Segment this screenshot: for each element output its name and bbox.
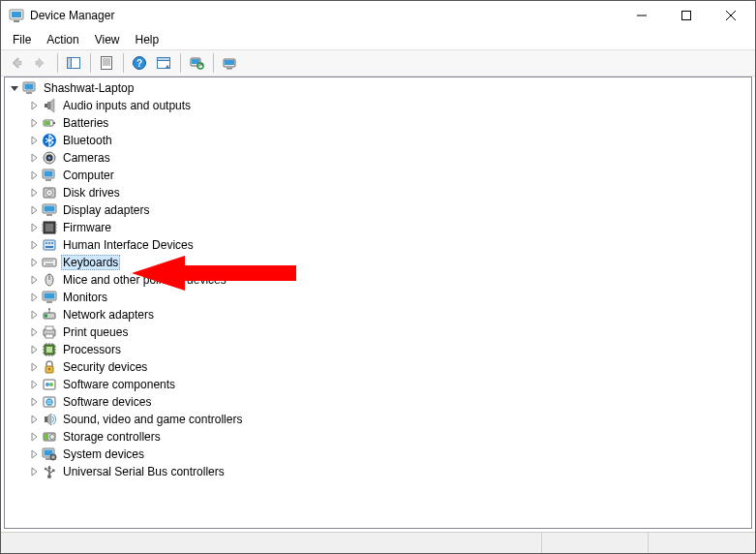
menu-file[interactable]: File <box>5 31 39 48</box>
show-hide-console-tree-button[interactable] <box>62 51 85 75</box>
expand-icon[interactable] <box>26 412 42 427</box>
tree-item-firmware[interactable]: Firmware <box>7 219 749 236</box>
menu-action[interactable]: Action <box>39 31 86 48</box>
add-hardware-button[interactable] <box>218 51 241 75</box>
tree-item-swdev[interactable]: Software devices <box>7 393 749 411</box>
tree-item-label: Display adapters <box>61 202 151 218</box>
tree-item-disk[interactable]: Disk drives <box>7 184 749 201</box>
menu-help[interactable]: Help <box>128 31 167 48</box>
expand-icon[interactable] <box>26 115 42 131</box>
bluetooth-icon <box>42 133 57 148</box>
expand-icon[interactable] <box>26 185 42 200</box>
device-tree-pane[interactable]: Shashwat-Laptop Audio inputs and outputs… <box>4 77 752 529</box>
sound-icon <box>42 412 57 427</box>
computer-icon <box>42 168 57 183</box>
tree-item-audio[interactable]: Audio inputs and outputs <box>7 97 749 114</box>
device-manager-window: Device Manager File Action View Help ? <box>0 0 756 554</box>
expand-icon[interactable] <box>26 324 42 340</box>
svg-rect-44 <box>46 214 52 216</box>
expand-icon[interactable] <box>26 202 42 218</box>
window-controls <box>620 2 753 30</box>
svg-rect-43 <box>45 206 55 212</box>
tree-item-cpu[interactable]: Processors <box>7 341 749 358</box>
mouse-icon <box>42 272 57 288</box>
maximize-button[interactable] <box>664 2 709 30</box>
tree-item-system[interactable]: System devices <box>7 446 749 463</box>
tree-item-label: Storage controllers <box>61 429 163 445</box>
tree-item-label: Software components <box>61 377 177 392</box>
svg-rect-76 <box>45 334 53 338</box>
expand-icon[interactable] <box>26 359 42 375</box>
svg-rect-69 <box>46 301 52 303</box>
close-button[interactable] <box>709 2 753 30</box>
tree-item-bluetooth[interactable]: Bluetooth <box>7 132 749 149</box>
expand-icon[interactable] <box>26 168 42 183</box>
collapse-icon[interactable] <box>7 80 22 96</box>
disk-icon <box>42 185 57 200</box>
tree-item-printer[interactable]: Print queues <box>7 323 749 341</box>
properties-button[interactable] <box>95 51 118 75</box>
svg-rect-31 <box>45 121 50 125</box>
expand-icon[interactable] <box>26 255 42 270</box>
svg-rect-8 <box>68 58 72 69</box>
action-button[interactable] <box>152 51 175 75</box>
tree-item-label: Mice and other pointing devices <box>61 272 228 288</box>
tree-item-label: Bluetooth <box>61 133 114 148</box>
expand-icon[interactable] <box>26 220 42 235</box>
tree-item-computer[interactable]: Computer <box>7 167 749 184</box>
help-button[interactable]: ? <box>128 51 151 75</box>
status-segment <box>1 533 542 553</box>
expand-icon[interactable] <box>26 307 42 323</box>
svg-point-55 <box>48 242 50 244</box>
svg-point-109 <box>45 468 46 470</box>
svg-rect-75 <box>45 326 53 330</box>
hid-icon <box>42 237 57 253</box>
tree-item-label: Batteries <box>61 115 110 131</box>
expand-icon[interactable] <box>26 377 42 392</box>
scan-hardware-button[interactable] <box>185 51 208 75</box>
tree-item-hid[interactable]: Human Interface Devices <box>7 236 749 254</box>
security-icon <box>42 359 57 375</box>
status-segment <box>542 533 649 553</box>
expand-icon[interactable] <box>26 464 42 479</box>
expand-icon[interactable] <box>26 98 42 113</box>
tree-item-sound[interactable]: Sound, video and game controllers <box>7 411 749 428</box>
minimize-button[interactable] <box>620 2 664 30</box>
svg-rect-26 <box>26 92 32 94</box>
monitor-icon <box>42 290 57 305</box>
tree-item-label: Computer <box>61 168 116 183</box>
expand-icon[interactable] <box>26 446 42 462</box>
expand-icon[interactable] <box>26 394 42 410</box>
expand-icon[interactable] <box>26 133 42 148</box>
expand-icon[interactable] <box>26 429 42 445</box>
tree-item-battery[interactable]: Batteries <box>7 114 749 132</box>
tree-item-security[interactable]: Security devices <box>7 358 749 376</box>
svg-rect-27 <box>47 102 50 109</box>
svg-point-95 <box>49 383 53 386</box>
expand-icon[interactable] <box>26 272 42 288</box>
tree-item-usb[interactable]: Universal Serial Bus controllers <box>7 463 749 480</box>
svg-rect-58 <box>43 259 56 266</box>
svg-point-100 <box>50 435 55 440</box>
tree-item-network[interactable]: Network adapters <box>7 306 749 323</box>
tree-item-label: System devices <box>61 446 146 462</box>
expand-icon[interactable] <box>26 237 42 253</box>
tree-item-keyboard[interactable]: Keyboards <box>7 254 749 271</box>
titlebar[interactable]: Device Manager <box>1 1 755 30</box>
expand-icon[interactable] <box>26 342 42 357</box>
tree-item-swcomp[interactable]: Software components <box>7 376 749 393</box>
camera-icon <box>42 150 57 166</box>
tree-root-row[interactable]: Shashwat-Laptop <box>7 79 749 97</box>
tree-item-monitor[interactable]: Monitors <box>7 289 749 306</box>
printer-icon <box>42 324 57 340</box>
tree-item-label: Audio inputs and outputs <box>61 98 193 113</box>
tree-item-camera[interactable]: Cameras <box>7 149 749 167</box>
menu-view[interactable]: View <box>87 31 128 48</box>
expand-icon[interactable] <box>26 290 42 305</box>
svg-rect-60 <box>46 261 48 262</box>
svg-rect-63 <box>52 261 54 262</box>
tree-item-mouse[interactable]: Mice and other pointing devices <box>7 271 749 289</box>
expand-icon[interactable] <box>26 150 42 166</box>
tree-item-display[interactable]: Display adapters <box>7 201 749 219</box>
tree-item-storage[interactable]: Storage controllers <box>7 428 749 446</box>
